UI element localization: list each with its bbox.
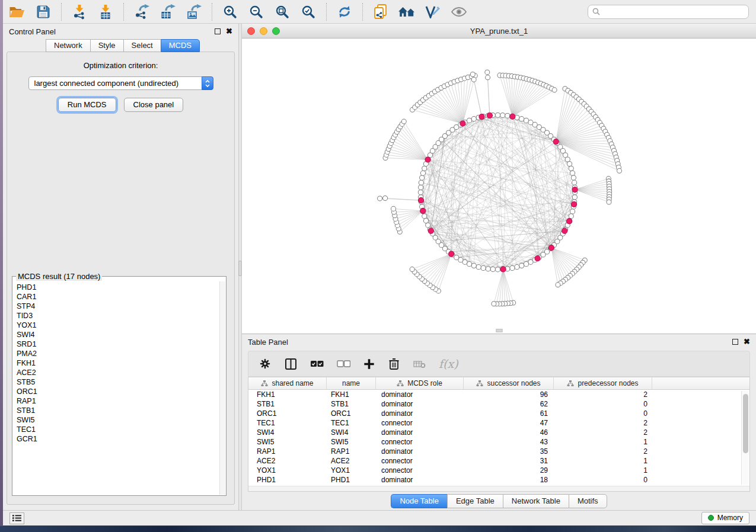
cell-successor-nodes[interactable]: 62 [464,400,554,408]
table-row[interactable]: RAP1 RAP1 dominator 35 2 [248,447,749,456]
mcds-result-item[interactable]: ORC1 [17,387,219,396]
cell-name[interactable]: YOX1 [327,466,376,475]
cell-successor-nodes[interactable]: 46 [464,428,554,437]
cell-successor-nodes[interactable]: 18 [464,476,554,484]
table-row[interactable]: SWI4 SWI4 dominator 46 2 [248,428,749,437]
export-image-button[interactable] [184,2,203,21]
cell-predecessor-nodes[interactable]: 2 [554,390,652,399]
cell-successor-nodes[interactable]: 31 [464,457,554,465]
cell-mcds-role[interactable]: dominator [376,390,464,399]
memory-button[interactable]: Memory [701,512,749,524]
select-all-columns-button[interactable] [310,360,324,368]
mcds-result-item[interactable]: TID3 [17,311,219,321]
cell-name[interactable]: SWI4 [327,428,376,437]
cell-successor-nodes[interactable]: 43 [464,438,554,446]
cell-successor-nodes[interactable]: 61 [464,409,554,418]
table-row[interactable]: FKH1 FKH1 dominator 96 2 [248,390,749,399]
close-window-icon[interactable] [247,27,255,35]
table-vertical-scrollbar[interactable] [741,391,749,485]
table-tab[interactable]: Motifs [569,494,607,508]
search-box[interactable] [588,5,749,19]
cell-mcds-role[interactable]: dominator [376,400,464,408]
zoom-fit-button[interactable] [273,2,292,21]
cell-shared-name[interactable]: STB1 [248,400,327,408]
cell-name[interactable]: TEC1 [327,419,376,427]
float-panel-icon[interactable] [215,28,221,34]
cell-predecessor-nodes[interactable]: 0 [554,476,652,484]
cell-name[interactable]: ACE2 [327,457,376,465]
cell-predecessor-nodes[interactable]: 0 [554,400,652,408]
cell-shared-name[interactable]: YOX1 [248,466,327,475]
mcds-result-item[interactable]: STP4 [17,302,219,311]
cell-shared-name[interactable]: ACE2 [248,457,327,465]
network-canvas[interactable] [242,39,756,334]
home-button[interactable] [397,2,416,21]
cell-shared-name[interactable]: SWI4 [248,428,327,437]
delete-column-button[interactable] [388,357,400,370]
zoom-out-button[interactable] [247,2,266,21]
cell-mcds-role[interactable]: connector [376,419,464,427]
mcds-result-item[interactable]: GCR1 [17,434,219,444]
cell-predecessor-nodes[interactable]: 2 [554,428,652,437]
cell-shared-name[interactable]: FKH1 [248,390,327,399]
export-network-button[interactable] [132,2,151,21]
column-header[interactable]: MCDS role [376,377,464,389]
table-tab[interactable]: Node Table [391,494,447,508]
control-panel-tab[interactable]: MCDS [161,39,200,52]
show-columns-button[interactable] [285,358,297,370]
result-list-scrollbar[interactable] [219,281,225,495]
cell-shared-name[interactable]: ORC1 [248,409,327,418]
export-table-button[interactable] [158,2,177,21]
cell-predecessor-nodes[interactable]: 0 [554,409,652,418]
import-network-button[interactable] [70,2,89,21]
zoom-selected-button[interactable] [299,2,318,21]
column-header[interactable]: shared name [248,377,327,389]
run-mcds-button[interactable]: Run MCDS [58,98,116,112]
create-column-button[interactable] [363,358,375,370]
mcds-result-item[interactable]: CAR1 [17,292,219,302]
mcds-result-item[interactable]: PHD1 [17,283,219,292]
maximize-window-icon[interactable] [272,27,280,35]
task-history-button[interactable] [9,512,24,524]
open-file-button[interactable] [8,2,27,21]
horizontal-splitter-grip[interactable] [496,329,502,332]
cell-name[interactable]: FKH1 [327,390,376,399]
cell-mcds-role[interactable]: connector [376,438,464,446]
mcds-result-item[interactable]: STB1 [17,406,219,415]
table-row[interactable]: PHD1 PHD1 dominator 18 0 [248,475,749,485]
cell-shared-name[interactable]: RAP1 [248,447,327,456]
cell-predecessor-nodes[interactable]: 2 [554,419,652,427]
mcds-result-item[interactable]: SRD1 [17,339,219,349]
column-header[interactable]: name [327,377,376,389]
cell-shared-name[interactable]: SWI5 [248,438,327,446]
cell-predecessor-nodes[interactable]: 2 [554,447,652,456]
table-row[interactable]: SWI5 SWI5 connector 43 1 [248,437,749,447]
cell-successor-nodes[interactable]: 47 [464,419,554,427]
cell-name[interactable]: ORC1 [327,409,376,418]
control-panel-tab[interactable]: Style [90,39,123,52]
column-header[interactable]: predecessor nodes [554,377,652,389]
close-table-panel-icon[interactable]: ✖ [744,339,750,345]
cell-mcds-role[interactable]: dominator [376,447,464,456]
save-session-button[interactable] [34,2,53,21]
table-tab[interactable]: Network Table [503,494,569,508]
criterion-select[interactable]: largest connected component (undirected) [28,76,213,90]
float-table-panel-icon[interactable] [732,339,738,345]
mcds-result-item[interactable]: STB5 [17,377,219,387]
vizmapper-button[interactable] [423,2,442,21]
control-panel-tab[interactable]: Network [46,39,90,52]
new-network-from-file-button[interactable] [371,2,390,21]
scrollbar-thumb[interactable] [743,394,748,453]
table-row[interactable]: TEC1 TEC1 connector 47 2 [248,418,749,428]
cell-mcds-role[interactable]: connector [376,457,464,465]
control-panel-tab[interactable]: Select [123,39,161,52]
hide-graphics-button[interactable] [449,2,468,21]
table-row[interactable]: ACE2 ACE2 connector 31 1 [248,456,749,466]
cell-mcds-role[interactable]: dominator [376,428,464,437]
deselect-all-columns-button[interactable] [337,360,350,368]
mcds-result-item[interactable]: RAP1 [17,396,219,406]
cell-predecessor-nodes[interactable]: 1 [554,466,652,475]
cell-shared-name[interactable]: TEC1 [248,419,327,427]
close-panel-icon[interactable]: ✖ [226,28,232,34]
mcds-result-item[interactable]: YOX1 [17,321,219,330]
